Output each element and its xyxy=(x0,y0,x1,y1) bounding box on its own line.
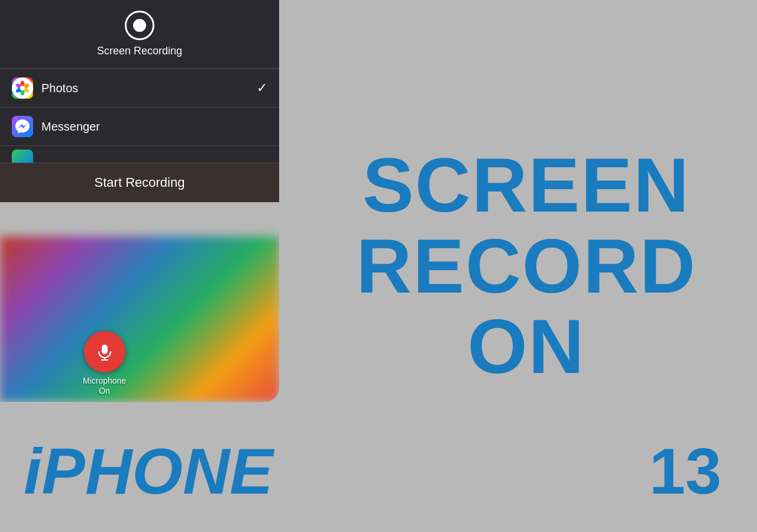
microphone-area[interactable]: Microphone On xyxy=(83,331,126,396)
start-recording-button[interactable]: Start Recording xyxy=(0,163,279,202)
svg-point-7 xyxy=(20,86,25,90)
headline-text: SCREEN RECORD ON xyxy=(356,145,696,387)
ios-screen-recording-panel: Screen Recording xyxy=(0,0,279,402)
bottom-row: iPHONE 13 xyxy=(0,433,757,508)
messenger-icon-svg xyxy=(12,116,33,137)
app-menu: Photos ✓ xyxy=(0,69,279,163)
menu-item-photos[interactable]: Photos ✓ xyxy=(0,69,279,107)
iphone-text: iPHONE xyxy=(24,433,273,508)
headline-line1: SCREEN xyxy=(356,145,696,226)
photos-label: Photos xyxy=(41,82,257,95)
photos-app-icon xyxy=(12,77,33,99)
menu-item-partial xyxy=(0,146,279,163)
panel-header: Screen Recording xyxy=(0,0,279,69)
microphone-icon xyxy=(95,342,114,361)
messenger-app-icon xyxy=(12,116,33,137)
mic-status-text: On xyxy=(99,386,110,395)
record-dot xyxy=(133,19,146,32)
headline-line2: RECORD xyxy=(356,226,696,307)
panel-bottom-blur xyxy=(0,236,279,402)
partial-app-icon xyxy=(12,150,33,163)
photos-icon-svg xyxy=(12,77,33,99)
microphone-label: Microphone On xyxy=(83,376,126,396)
menu-item-messenger[interactable]: Messenger xyxy=(0,108,279,145)
mic-label-text: Microphone xyxy=(83,376,126,385)
svg-rect-9 xyxy=(102,345,108,354)
model-number-text: 13 xyxy=(649,433,722,508)
start-recording-label: Start Recording xyxy=(95,175,185,190)
microphone-button[interactable] xyxy=(84,331,125,372)
headline-line3: ON xyxy=(356,306,696,387)
record-icon xyxy=(125,11,154,40)
photos-checkmark: ✓ xyxy=(257,80,267,96)
messenger-label: Messenger xyxy=(41,120,267,134)
screen-recording-title: Screen Recording xyxy=(97,45,182,57)
